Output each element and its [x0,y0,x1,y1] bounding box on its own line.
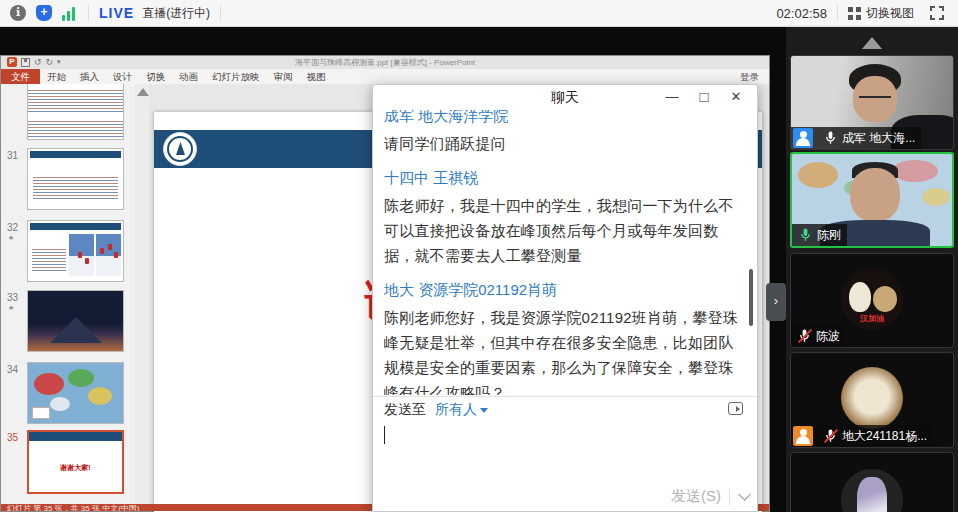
tab-file[interactable]: 文件 [1,69,40,84]
quick-access-toolbar: P ↺ ↻ ▾ [7,57,61,67]
mic-on-icon [823,130,838,146]
divider [220,5,221,21]
divider [88,5,89,21]
slide-thumbnail-35-selected[interactable]: 谢谢大家! [27,430,124,494]
chat-sender: 地大 资源学院021192肖萌 [384,281,741,300]
participant-name-bar: 陈波 [791,325,846,347]
slide-thumbnail-32[interactable] [27,220,124,282]
fullscreen-icon[interactable] [930,6,944,20]
slide-thumbnail-31[interactable] [27,148,124,210]
chat-message-list[interactable]: 成军 地大海洋学院 请同学们踊跃提问 十四中 王祺锐 陈老师好，我是十四中的学生… [384,110,741,395]
university-logo [163,132,197,166]
participant-name: 陈刚 [817,227,841,244]
video-tile-bottom[interactable] [790,452,954,512]
mountain-graphic [50,317,102,343]
chat-message: 请同学们踊跃提问 [384,131,741,156]
participant-name: 地大241181杨... [842,428,927,445]
send-to-dropdown[interactable]: 所有人 [435,401,477,417]
meeting-top-bar: i LIVE 直播(进行中) 02:02:58 切换视图 [0,0,958,27]
close-button[interactable]: ✕ [723,85,749,109]
slide-number: 34 [7,364,18,375]
video-tile-chengang[interactable]: 陈刚 [790,152,954,248]
security-shield-icon[interactable] [36,5,52,21]
chat-scrollbar-thumb[interactable] [749,269,753,326]
slide-number: 32 [7,222,18,233]
participant-sidebar: 成军 地大海... 陈刚 汉加油 陈波 [786,27,958,512]
powerpoint-logo-icon: P [7,57,17,67]
scroll-up-arrow[interactable] [862,37,882,49]
maximize-button[interactable]: □ [691,85,717,109]
tab-insert[interactable]: 插入 [73,69,106,84]
map-blob [88,387,112,405]
slide-text-block [32,234,66,276]
divider [837,5,838,21]
switch-view-icon [848,7,861,20]
slide-header-bar [30,151,121,158]
participant-avatar [841,469,903,512]
send-to-label: 发送至 [384,401,426,417]
video-tile-didayang[interactable]: 地大241181杨... [790,352,954,448]
live-status-text: 直播(进行中) [142,5,210,22]
mic-muted-icon [797,328,812,344]
tab-animations[interactable]: 动画 [172,69,205,84]
undo-icon[interactable]: ↺ [34,57,42,67]
animation-star-icon: ★ [8,304,14,312]
send-button[interactable]: 发送(S) [671,487,721,506]
tab-review[interactable]: 审阅 [267,69,300,84]
meeting-timer: 02:02:58 [776,6,827,21]
participant-name: 陈波 [816,328,840,345]
minimize-button[interactable]: — [659,85,685,109]
scroll-up-arrow[interactable] [137,88,149,96]
climber-photo [69,234,94,276]
qat-more-icon[interactable]: ▾ [57,57,61,67]
video-tile-chenbo[interactable]: 汉加油 陈波 [790,253,954,348]
chat-header: 聊天 — □ ✕ [373,85,757,110]
tab-design[interactable]: 设计 [106,69,139,84]
powerpoint-title: 海平面与珠峰高程测量.ppt [兼容模式] - PowerPoint [1,56,769,69]
animation-star-icon: ★ [8,234,14,242]
tab-view[interactable]: 视图 [300,69,333,84]
ribbon-tabs: 文件 开始 插入 设计 切换 动画 幻灯片放映 审阅 视图 登录 [1,69,769,84]
map-badge [32,407,50,419]
redo-icon[interactable]: ↻ [46,57,54,67]
collapse-panel-tab[interactable]: › [766,283,786,321]
send-options-chevron-icon[interactable] [738,488,751,501]
climber-photo [96,234,121,276]
slide-thumbnail-34[interactable] [27,362,124,424]
chat-message: 陈刚老师您好，我是资源学院021192班肖萌，攀登珠峰无疑是壮举，但其中存在很多… [384,305,741,395]
switch-view-label: 切换视图 [866,5,914,22]
participant-name-bar: 地大241181杨... [791,425,933,447]
map-blob [34,373,64,395]
save-icon[interactable] [21,58,30,67]
avatar-text: 汉加油 [841,313,903,324]
slide-thumbnail-33[interactable] [27,290,124,352]
map-blob [68,369,94,387]
host-person-icon [793,128,813,148]
slide-header-bar [30,223,121,230]
switch-view-button[interactable]: 切换视图 [848,5,914,22]
mic-muted-icon [823,428,838,444]
tab-home[interactable]: 开始 [40,69,73,84]
slide-text-block [33,162,118,204]
participant-name-bar: 陈刚 [792,224,847,246]
chat-input-area[interactable] [373,420,757,482]
network-signal-icon [62,5,78,21]
chat-window: 聊天 — □ ✕ 成军 地大海洋学院 请同学们踊跃提问 十四中 王祺锐 陈老师好… [372,84,758,512]
slide-number: 31 [7,150,18,161]
tab-transitions[interactable]: 切换 [139,69,172,84]
slide-thumbnail-panel: 31 32 ★ 33 ★ [1,84,135,504]
slide-thumbnail-30[interactable] [27,84,124,140]
tab-slideshow[interactable]: 幻灯片放映 [205,69,267,84]
slide-number: 35 [7,432,18,443]
send-to-row: 发送至 所有人 [373,396,757,419]
popout-chat-icon[interactable] [728,402,743,415]
member-person-icon [793,426,813,446]
participant-name: 成军 地大海... [842,130,915,147]
chevron-down-icon [480,408,488,413]
video-tile-chengjun[interactable]: 成军 地大海... [790,55,954,150]
slide-35-text: 谢谢大家! [60,463,90,473]
participant-avatar [841,367,903,429]
info-icon[interactable]: i [10,5,26,21]
sign-in-link[interactable]: 登录 [730,69,769,84]
text-cursor [384,426,385,444]
